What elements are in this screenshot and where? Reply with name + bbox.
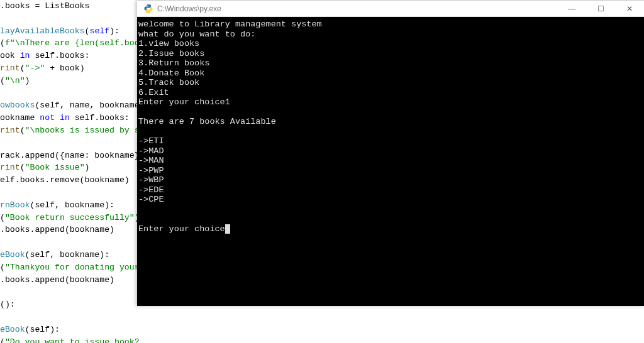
terminal-line [138,205,643,215]
terminal-line: 2.Issue books [138,49,643,59]
terminal-line: 4.Donate Book [138,68,643,79]
code-line[interactable]: eBook(self): [0,324,644,336]
terminal-line: 1.view books [138,39,643,49]
terminal-line [138,214,643,224]
cursor [225,224,230,234]
close-button[interactable]: ✕ [615,1,644,16]
terminal-line: ->WBP [138,175,643,185]
terminal-line: 3.Return books [138,58,643,68]
python-icon [142,3,155,15]
terminal-line: ->PWP [138,166,643,176]
terminal-line [138,127,643,137]
maximize-button[interactable]: ☐ [586,1,615,16]
terminal-line: welcome to Library management system [138,19,643,30]
terminal-line: ->ETI [138,136,643,146]
terminal-line: ->CPE [138,195,643,205]
minimize-button[interactable]: — [557,1,586,16]
console-window: C:\Windows\py.exe — ☐ ✕ welcome to Libra… [137,0,644,306]
terminal-line: There are 7 books Available [138,117,643,127]
terminal-line: what do you want to do: [138,30,643,40]
terminal-line: 5.Track book [138,78,643,88]
terminal-line: ->MAN [138,156,643,166]
terminal-output[interactable]: welcome to Library management systemwhat… [137,17,644,306]
terminal-line: 6.Exit [138,88,643,98]
terminal-line: ->EDE [138,185,643,195]
terminal-line [138,107,643,117]
terminal-line: Enter your choice1 [138,97,643,107]
terminal-line: ->MAD [138,146,643,156]
code-line[interactable]: ("Do you want to issue book? [0,336,644,343]
titlebar[interactable]: C:\Windows\py.exe — ☐ ✕ [137,1,644,17]
window-buttons: — ☐ ✕ [557,1,644,16]
terminal-line: Enter your choice [138,224,643,234]
code-line[interactable] [0,311,644,324]
window-title: C:\Windows\py.exe [157,4,557,13]
